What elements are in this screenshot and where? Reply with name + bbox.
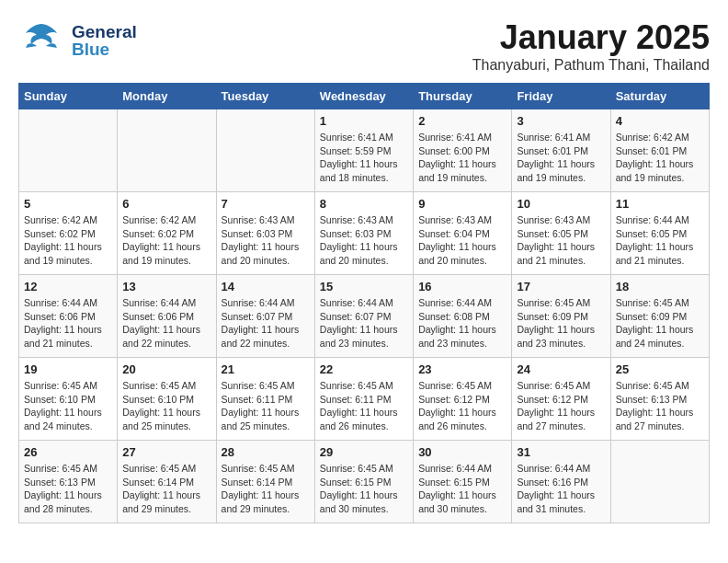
calendar-cell: 2Sunrise: 6:41 AM Sunset: 6:00 PM Daylig…	[414, 109, 512, 192]
calendar-week-row: 19Sunrise: 6:45 AM Sunset: 6:10 PM Dayli…	[19, 358, 710, 441]
day-info: Sunrise: 6:42 AM Sunset: 6:01 PM Dayligh…	[616, 131, 704, 185]
calendar-header-monday: Monday	[118, 84, 216, 109]
day-info: Sunrise: 6:45 AM Sunset: 6:11 PM Dayligh…	[320, 379, 408, 433]
calendar-cell: 21Sunrise: 6:45 AM Sunset: 6:11 PM Dayli…	[216, 358, 314, 441]
calendar-cell	[216, 109, 314, 192]
day-info: Sunrise: 6:45 AM Sunset: 6:12 PM Dayligh…	[517, 379, 605, 433]
calendar-header-row: SundayMondayTuesdayWednesdayThursdayFrid…	[19, 84, 710, 109]
logo-icon	[18, 18, 64, 59]
day-number: 27	[122, 445, 210, 459]
calendar-cell: 13Sunrise: 6:44 AM Sunset: 6:06 PM Dayli…	[118, 275, 216, 358]
day-info: Sunrise: 6:44 AM Sunset: 6:06 PM Dayligh…	[122, 296, 210, 350]
calendar-header-tuesday: Tuesday	[216, 84, 314, 109]
calendar-week-row: 26Sunrise: 6:45 AM Sunset: 6:13 PM Dayli…	[19, 441, 710, 523]
calendar-cell: 20Sunrise: 6:45 AM Sunset: 6:10 PM Dayli…	[118, 358, 216, 441]
calendar-header-friday: Friday	[512, 84, 610, 109]
calendar-cell: 9Sunrise: 6:43 AM Sunset: 6:04 PM Daylig…	[414, 192, 512, 275]
calendar-header-sunday: Sunday	[19, 84, 118, 109]
day-number: 18	[616, 280, 704, 293]
logo-blue-text: Blue	[72, 40, 137, 58]
day-number: 30	[418, 445, 506, 459]
day-info: Sunrise: 6:45 AM Sunset: 6:11 PM Dayligh…	[222, 379, 310, 433]
day-number: 10	[517, 197, 605, 211]
day-number: 8	[320, 197, 408, 211]
calendar-cell: 18Sunrise: 6:45 AM Sunset: 6:09 PM Dayli…	[610, 275, 709, 358]
day-info: Sunrise: 6:45 AM Sunset: 6:10 PM Dayligh…	[122, 379, 210, 433]
month-title: January 2025	[472, 18, 710, 57]
calendar-cell: 17Sunrise: 6:45 AM Sunset: 6:09 PM Dayli…	[512, 275, 610, 358]
day-number: 20	[122, 362, 210, 376]
day-info: Sunrise: 6:42 AM Sunset: 6:02 PM Dayligh…	[122, 213, 210, 268]
day-number: 24	[517, 362, 605, 376]
day-number: 9	[418, 197, 506, 211]
calendar-cell: 15Sunrise: 6:44 AM Sunset: 6:07 PM Dayli…	[314, 275, 413, 358]
page-header: General Blue January 2025 Thanyaburi, Pa…	[18, 18, 710, 74]
day-number: 7	[222, 197, 310, 211]
day-info: Sunrise: 6:44 AM Sunset: 6:08 PM Dayligh…	[418, 296, 506, 350]
day-info: Sunrise: 6:45 AM Sunset: 6:10 PM Dayligh…	[24, 379, 112, 433]
day-number: 23	[418, 362, 506, 376]
logo: General Blue	[18, 18, 137, 63]
calendar-cell: 25Sunrise: 6:45 AM Sunset: 6:13 PM Dayli…	[610, 358, 709, 441]
location-title: Thanyaburi, Pathum Thani, Thailand	[472, 57, 710, 74]
day-number: 11	[616, 197, 704, 211]
day-info: Sunrise: 6:43 AM Sunset: 6:03 PM Dayligh…	[320, 213, 408, 268]
day-info: Sunrise: 6:45 AM Sunset: 6:13 PM Dayligh…	[616, 379, 704, 433]
day-number: 31	[517, 445, 605, 459]
calendar-cell	[610, 441, 709, 523]
day-number: 26	[24, 445, 112, 459]
calendar-header-thursday: Thursday	[414, 84, 512, 109]
calendar-cell: 27Sunrise: 6:45 AM Sunset: 6:14 PM Dayli…	[118, 441, 216, 523]
calendar-cell: 12Sunrise: 6:44 AM Sunset: 6:06 PM Dayli…	[19, 275, 118, 358]
day-info: Sunrise: 6:44 AM Sunset: 6:05 PM Dayligh…	[616, 213, 704, 268]
calendar-cell: 29Sunrise: 6:45 AM Sunset: 6:15 PM Dayli…	[314, 441, 413, 523]
day-info: Sunrise: 6:45 AM Sunset: 6:09 PM Dayligh…	[616, 296, 704, 350]
calendar-cell: 23Sunrise: 6:45 AM Sunset: 6:12 PM Dayli…	[414, 358, 512, 441]
calendar-week-row: 5Sunrise: 6:42 AM Sunset: 6:02 PM Daylig…	[19, 192, 710, 275]
calendar-cell: 28Sunrise: 6:45 AM Sunset: 6:14 PM Dayli…	[216, 441, 314, 523]
calendar-cell: 16Sunrise: 6:44 AM Sunset: 6:08 PM Dayli…	[414, 275, 512, 358]
calendar-cell: 1Sunrise: 6:41 AM Sunset: 5:59 PM Daylig…	[314, 109, 413, 192]
day-info: Sunrise: 6:45 AM Sunset: 6:13 PM Dayligh…	[24, 462, 112, 516]
day-number: 1	[320, 114, 408, 128]
calendar-cell: 31Sunrise: 6:44 AM Sunset: 6:16 PM Dayli…	[512, 441, 610, 523]
day-info: Sunrise: 6:44 AM Sunset: 6:06 PM Dayligh…	[24, 296, 112, 350]
title-block: January 2025 Thanyaburi, Pathum Thani, T…	[472, 18, 710, 74]
day-number: 21	[222, 362, 310, 376]
day-number: 13	[122, 280, 210, 293]
calendar-cell: 14Sunrise: 6:44 AM Sunset: 6:07 PM Dayli…	[216, 275, 314, 358]
day-number: 6	[122, 197, 210, 211]
calendar-cell: 10Sunrise: 6:43 AM Sunset: 6:05 PM Dayli…	[512, 192, 610, 275]
calendar-cell: 5Sunrise: 6:42 AM Sunset: 6:02 PM Daylig…	[19, 192, 118, 275]
day-info: Sunrise: 6:43 AM Sunset: 6:05 PM Dayligh…	[517, 213, 605, 268]
calendar-table: SundayMondayTuesdayWednesdayThursdayFrid…	[18, 83, 710, 523]
calendar-cell	[19, 109, 118, 192]
day-info: Sunrise: 6:43 AM Sunset: 6:04 PM Dayligh…	[418, 213, 506, 268]
day-number: 16	[418, 280, 506, 293]
day-number: 19	[24, 362, 112, 376]
day-number: 29	[320, 445, 408, 459]
calendar-header-saturday: Saturday	[610, 84, 709, 109]
calendar-header-wednesday: Wednesday	[314, 84, 413, 109]
day-info: Sunrise: 6:44 AM Sunset: 6:15 PM Dayligh…	[418, 462, 506, 516]
day-info: Sunrise: 6:45 AM Sunset: 6:14 PM Dayligh…	[222, 462, 310, 516]
day-info: Sunrise: 6:45 AM Sunset: 6:09 PM Dayligh…	[517, 296, 605, 350]
day-number: 2	[418, 114, 506, 128]
calendar-cell: 3Sunrise: 6:41 AM Sunset: 6:01 PM Daylig…	[512, 109, 610, 192]
calendar-cell: 7Sunrise: 6:43 AM Sunset: 6:03 PM Daylig…	[216, 192, 314, 275]
day-number: 14	[222, 280, 310, 293]
day-number: 3	[517, 114, 605, 128]
calendar-cell: 8Sunrise: 6:43 AM Sunset: 6:03 PM Daylig…	[314, 192, 413, 275]
calendar-cell: 19Sunrise: 6:45 AM Sunset: 6:10 PM Dayli…	[19, 358, 118, 441]
day-info: Sunrise: 6:45 AM Sunset: 6:14 PM Dayligh…	[122, 462, 210, 516]
logo-general-text: General	[72, 23, 137, 40]
day-info: Sunrise: 6:45 AM Sunset: 6:15 PM Dayligh…	[320, 462, 408, 516]
day-info: Sunrise: 6:42 AM Sunset: 6:02 PM Dayligh…	[24, 213, 112, 268]
day-number: 25	[616, 362, 704, 376]
day-info: Sunrise: 6:41 AM Sunset: 6:00 PM Dayligh…	[418, 131, 506, 185]
calendar-cell: 22Sunrise: 6:45 AM Sunset: 6:11 PM Dayli…	[314, 358, 413, 441]
day-number: 12	[24, 280, 112, 293]
day-info: Sunrise: 6:44 AM Sunset: 6:16 PM Dayligh…	[517, 462, 605, 516]
day-info: Sunrise: 6:45 AM Sunset: 6:12 PM Dayligh…	[418, 379, 506, 433]
logo-svg	[18, 18, 64, 63]
